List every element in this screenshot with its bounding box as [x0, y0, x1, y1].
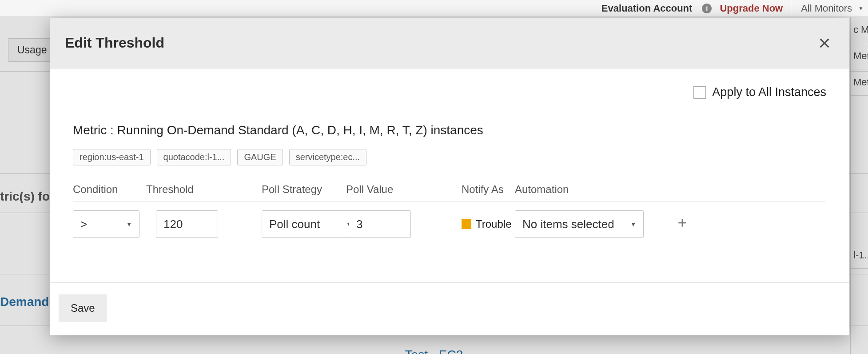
right-item[interactable]: Met	[851, 69, 868, 96]
bg-link-fragment[interactable]: Demand	[0, 295, 49, 309]
close-button[interactable]	[815, 33, 834, 53]
add-row-button[interactable]	[677, 217, 688, 231]
status-color-swatch	[462, 219, 471, 229]
apply-all-checkbox[interactable]	[693, 86, 706, 99]
condition-select[interactable]: > ▼	[73, 210, 139, 238]
close-icon	[818, 37, 831, 49]
col-condition: Condition	[73, 183, 146, 196]
poll-strategy-value: Poll count	[269, 217, 320, 231]
col-poll-strategy: Poll Strategy	[262, 183, 346, 196]
right-item[interactable]: l-1...	[851, 242, 868, 269]
automation-select[interactable]: No items selected ▼	[515, 210, 644, 238]
chevron-down-icon: ▼	[126, 221, 132, 228]
edit-threshold-modal: Edit Threshold Apply to All Instances Me…	[50, 18, 849, 335]
monitors-label: All Monitors	[801, 3, 852, 14]
notify-as-value: Trouble	[476, 218, 511, 230]
info-icon: i	[702, 4, 712, 13]
tag-quotacode[interactable]: quotacode:l-1...	[157, 149, 231, 165]
top-bar: Evaluation Account i Upgrade Now All Mon…	[0, 0, 868, 17]
bg-bottom-link[interactable]: Test - EC2	[405, 348, 463, 354]
right-item[interactable]: Met	[851, 43, 868, 69]
monitors-dropdown[interactable]: All Monitors ▼	[791, 0, 864, 16]
threshold-value: 120	[163, 217, 183, 231]
modal-body: Apply to All Instances Metric : Running …	[50, 68, 849, 282]
metric-tags: region:us-east-1 quotacode:l-1... GAUGE …	[73, 149, 826, 165]
threshold-row: > ▼ 120 Poll count ▼ 3 Trouble▼ No items…	[73, 210, 826, 238]
col-poll-value: Poll Value	[346, 183, 439, 196]
apply-all-label: Apply to All Instances	[712, 85, 826, 99]
metric-label-prefix: Metric :	[73, 123, 117, 137]
poll-value: 3	[356, 217, 362, 231]
threshold-columns-header: Condition Threshold Poll Strategy Poll V…	[73, 183, 826, 201]
apply-all-row: Apply to All Instances	[73, 85, 826, 99]
tag-gauge[interactable]: GAUGE	[237, 149, 283, 165]
automation-value: No items selected	[522, 217, 614, 231]
save-button[interactable]: Save	[59, 294, 107, 322]
chevron-down-icon: ▼	[858, 5, 864, 12]
col-automation: Automation	[515, 183, 653, 196]
tag-servicetype[interactable]: servicetype:ec...	[289, 149, 367, 165]
tag-region[interactable]: region:us-east-1	[73, 149, 151, 165]
poll-strategy-select[interactable]: Poll count ▼	[262, 210, 359, 238]
plus-icon	[677, 217, 688, 229]
modal-title: Edit Threshold	[65, 35, 164, 51]
modal-header: Edit Threshold	[50, 18, 849, 68]
metric-title: Metric : Running On-Demand Standard (A, …	[73, 123, 826, 137]
chevron-down-icon: ▼	[630, 221, 636, 228]
condition-value: >	[80, 217, 87, 231]
right-sidebar-fragment: c Mo Met Met l-1...	[850, 17, 868, 354]
threshold-input[interactable]: 120	[156, 210, 218, 238]
poll-value-input[interactable]: 3	[349, 210, 411, 238]
upgrade-link[interactable]: Upgrade Now	[720, 3, 783, 14]
usage-button[interactable]: Usage	[8, 38, 56, 62]
metric-name: Running On-Demand Standard (A, C, D, H, …	[117, 123, 483, 137]
bg-text-fragment: tric(s) fo	[0, 189, 50, 204]
col-threshold: Threshold	[146, 183, 235, 196]
right-item[interactable]: c Mo	[851, 17, 868, 43]
eval-account-label: Evaluation Account	[601, 3, 693, 14]
modal-footer: Save	[50, 282, 849, 335]
